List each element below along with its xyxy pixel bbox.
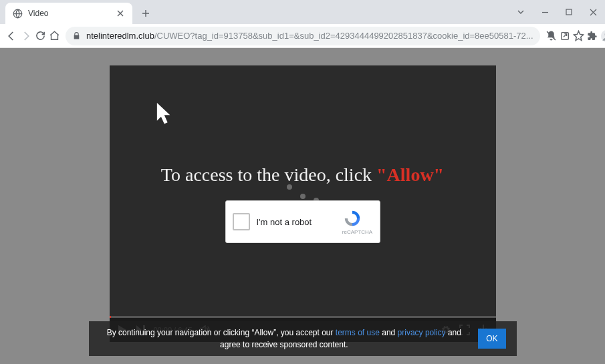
url-text: ntelinteredlm.club/CUWEO?tag_id=913758&s… [86, 31, 533, 41]
recaptcha-label: I'm not a robot [257, 217, 342, 227]
close-window-button[interactable] [581, 4, 605, 20]
maximize-button[interactable] [557, 4, 581, 20]
notifications-blocked-icon[interactable] [546, 27, 557, 45]
consent-banner: By continuing your navigation or clickin… [89, 321, 517, 356]
svg-rect-1 [566, 9, 572, 15]
bookmark-star-icon[interactable] [573, 27, 584, 45]
forward-button[interactable] [20, 27, 32, 45]
browser-tab[interactable]: Video [5, 3, 132, 24]
address-bar[interactable]: ntelinteredlm.club/CUWEO?tag_id=913758&s… [66, 27, 540, 45]
privacy-link[interactable]: privacy policy [398, 328, 446, 337]
reload-button[interactable] [35, 27, 46, 45]
extensions-icon[interactable] [587, 27, 598, 45]
chevron-down-icon[interactable] [509, 4, 533, 20]
new-tab-button[interactable] [136, 4, 155, 23]
tab-title: Video [28, 9, 110, 18]
video-player-container: To access to the video, click "Allow" I'… [110, 65, 496, 342]
home-button[interactable] [49, 27, 60, 45]
lock-icon [72, 31, 81, 40]
recaptcha-widget: I'm not a robot reCAPTCHA [225, 200, 380, 243]
recaptcha-checkbox[interactable] [233, 213, 250, 230]
profile-avatar-icon[interactable] [600, 27, 605, 45]
page-content: To access to the video, click "Allow" I'… [0, 48, 605, 364]
minimize-button[interactable] [533, 4, 557, 20]
share-icon[interactable] [560, 27, 570, 45]
window-titlebar: Video [0, 0, 605, 24]
cursor-icon [155, 103, 175, 126]
close-tab-icon[interactable] [115, 8, 126, 19]
window-controls [509, 0, 605, 24]
recaptcha-logo: reCAPTCHA [342, 209, 373, 235]
terms-link[interactable]: terms of use [336, 328, 380, 337]
back-button[interactable] [5, 27, 17, 45]
consent-text: By continuing your navigation or clickin… [100, 327, 469, 351]
globe-icon [12, 8, 23, 19]
loading-dots [110, 180, 496, 192]
consent-ok-button[interactable]: OK [478, 329, 505, 349]
browser-toolbar: ntelinteredlm.club/CUWEO?tag_id=913758&s… [0, 24, 605, 48]
